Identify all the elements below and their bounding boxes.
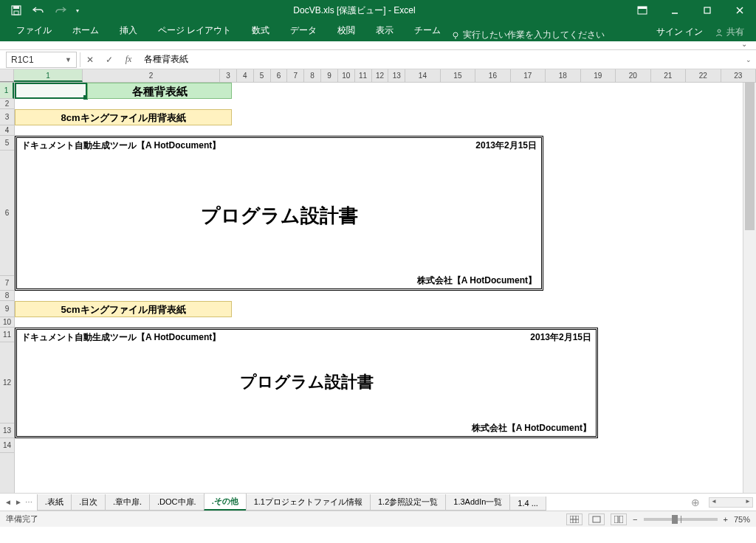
sheet-tab[interactable]: .DOC中扉.	[149, 494, 205, 511]
row-header[interactable]: 9	[0, 301, 14, 317]
add-sheet-button[interactable]: ⊕	[685, 497, 706, 508]
svg-point-9	[453, 32, 458, 37]
col-header[interactable]: 8	[304, 69, 321, 82]
row-header[interactable]: 12	[0, 342, 14, 423]
row-header[interactable]: 7	[0, 276, 14, 291]
view-pagelayout-button[interactable]	[588, 513, 605, 525]
doc2-tool: ドキュメント自動生成ツール【A HotDocument】	[21, 331, 221, 344]
col-header[interactable]: 13	[388, 69, 405, 82]
col-header[interactable]: 6	[271, 69, 288, 82]
maximize-button[interactable]	[691, 0, 724, 21]
col-header[interactable]: 7	[287, 69, 304, 82]
row-header[interactable]: 10	[0, 317, 14, 328]
col-header[interactable]: 18	[546, 69, 580, 82]
tab-review[interactable]: 校閲	[327, 20, 365, 41]
cell-sub1: 8cmキングファイル用背表紙	[15, 109, 232, 125]
share-label: 共有	[726, 26, 744, 38]
selected-cell[interactable]	[15, 83, 87, 99]
select-all-corner[interactable]	[0, 69, 14, 82]
tab-insert[interactable]: 挿入	[109, 20, 148, 41]
tab-pagelayout[interactable]: ページ レイアウト	[148, 20, 241, 41]
view-pagebreak-button[interactable]	[611, 513, 627, 525]
col-header[interactable]: 9	[321, 69, 338, 82]
row-header[interactable]: 1	[0, 83, 14, 99]
col-header[interactable]: 1	[14, 69, 83, 82]
share-button[interactable]: 共有	[709, 23, 750, 41]
tab-data[interactable]: データ	[280, 20, 327, 41]
cell-grid[interactable]: 各種背表紙 8cmキングファイル用背表紙 ドキュメント自動生成ツール【A Hot…	[15, 83, 743, 493]
vertical-scrollbar[interactable]	[743, 83, 756, 493]
col-header[interactable]: 2	[83, 69, 220, 82]
close-button[interactable]	[724, 0, 756, 21]
row-header[interactable]: 11	[0, 328, 14, 342]
col-header[interactable]: 11	[355, 69, 372, 82]
name-box[interactable]: R1C1 ▼	[6, 52, 77, 68]
row-header[interactable]: 8	[0, 291, 14, 301]
sheet-tab[interactable]: 1.4 ...	[509, 497, 546, 511]
col-header[interactable]: 15	[441, 69, 475, 82]
col-header[interactable]: 22	[686, 69, 721, 82]
expand-ribbon-icon[interactable]: ⌄	[741, 40, 747, 48]
svg-rect-1	[13, 6, 19, 9]
doc1-company: 株式会社【A HotDocument】	[417, 274, 537, 287]
col-header[interactable]: 3	[220, 69, 237, 82]
undo-button[interactable]	[28, 1, 49, 19]
cancel-icon[interactable]: ✕	[80, 52, 100, 68]
sheet-tab[interactable]: .章中扉.	[105, 494, 150, 511]
tellme-search[interactable]: 実行したい作業を入力してください	[451, 29, 605, 41]
doc1-tool: ドキュメント自動生成ツール【A HotDocument】	[21, 139, 221, 152]
tab-team[interactable]: チーム	[404, 20, 451, 41]
row-header[interactable]: 2	[0, 99, 14, 109]
col-header[interactable]: 19	[581, 69, 616, 82]
col-header[interactable]: 5	[254, 69, 271, 82]
col-header[interactable]: 17	[511, 69, 546, 82]
col-header[interactable]: 4	[237, 69, 254, 82]
tab-view[interactable]: 表示	[365, 20, 404, 41]
sheet-nav-more[interactable]: ⋯	[25, 498, 32, 506]
save-button[interactable]	[6, 1, 27, 19]
scroll-thumb[interactable]	[745, 83, 755, 230]
cell-title: 各種背表紙	[87, 83, 232, 99]
tab-formulas[interactable]: 数式	[241, 20, 280, 41]
expand-formula-icon[interactable]: ⌄	[741, 56, 756, 63]
zoom-in-button[interactable]: +	[724, 515, 728, 524]
sheet-nav-next[interactable]: ►	[15, 498, 22, 506]
sheet-tab[interactable]: .表紙	[37, 494, 72, 511]
col-header[interactable]: 12	[372, 69, 389, 82]
sheet-tab[interactable]: 1.3AddIn一覧	[445, 494, 510, 511]
minimize-button[interactable]	[659, 0, 691, 21]
row-header[interactable]: 14	[0, 438, 14, 453]
col-header[interactable]: 21	[651, 69, 686, 82]
zoom-out-button[interactable]: −	[633, 515, 637, 524]
row-header[interactable]: 4	[0, 125, 14, 136]
col-header[interactable]: 14	[405, 69, 440, 82]
horizontal-scrollbar[interactable]	[709, 497, 753, 508]
zoom-slider[interactable]	[644, 518, 718, 521]
view-normal-button[interactable]	[566, 513, 583, 525]
row-header[interactable]: 6	[0, 151, 14, 276]
row-header[interactable]: 13	[0, 423, 14, 438]
formula-input[interactable]	[138, 52, 741, 68]
fx-icon[interactable]: fx	[119, 52, 138, 68]
sheet-tab[interactable]: 1.1プロジェクトファイル情報	[246, 494, 371, 511]
tab-home[interactable]: ホーム	[62, 20, 109, 41]
col-header[interactable]: 20	[616, 69, 650, 82]
sheet-nav-prev[interactable]: ◄	[4, 498, 12, 506]
redo-button[interactable]	[50, 1, 71, 19]
doc2-date: 2013年2月15日	[530, 331, 591, 344]
row-header[interactable]: 5	[0, 136, 14, 151]
col-header[interactable]: 23	[721, 69, 756, 82]
zoom-level[interactable]: 75%	[734, 515, 750, 524]
row-header[interactable]: 3	[0, 109, 14, 125]
qat-dropdown[interactable]: ▾	[72, 1, 83, 19]
ribbon-options-button[interactable]	[626, 0, 659, 21]
signin-link[interactable]: サイン イン	[656, 26, 703, 38]
sheet-tab[interactable]: 1.2参照設定一覧	[370, 494, 446, 511]
col-header[interactable]: 10	[338, 69, 355, 82]
enter-icon[interactable]: ✓	[100, 52, 119, 68]
svg-rect-2	[14, 11, 18, 15]
col-header[interactable]: 16	[475, 69, 510, 82]
sheet-tab[interactable]: .目次	[71, 494, 106, 511]
tab-file[interactable]: ファイル	[6, 20, 62, 41]
sheet-tab-active[interactable]: .その他	[204, 494, 247, 511]
